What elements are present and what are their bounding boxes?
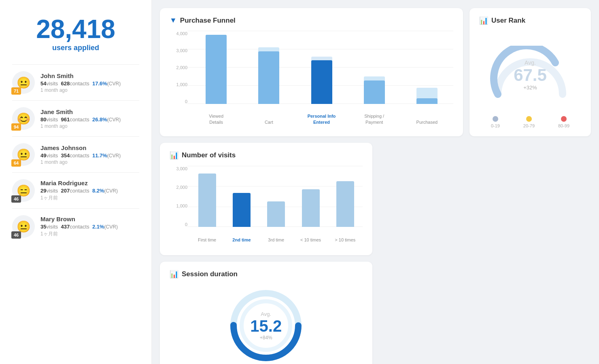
rank-icon: 📊 xyxy=(479,16,488,25)
gauge-value: 67.5 xyxy=(514,66,547,85)
session-body: Avg. 15.2 +84% < 5min < 10min < 30min xyxy=(170,285,363,364)
user-time: 1 month ago xyxy=(40,123,139,129)
funnel-icon: ▼ xyxy=(170,16,177,25)
visits-card: 📊 Number of visits 01,0002,0003,000 Firs… xyxy=(160,143,372,255)
user-info: James Johnson 49visits 354contacts 11.7%… xyxy=(40,144,139,165)
user-stats: 80visits 961contacts 26.8%(CVR) xyxy=(40,116,139,123)
rank-card: 📊 User Rank Avg. 67.5 +32% 0-19 xyxy=(469,8,591,136)
stat-header: 28,418 users applied xyxy=(12,16,139,52)
rank-legend-item: 20-79 xyxy=(523,116,535,128)
user-stats: 29visits 207contacts 8.2%(CVR) xyxy=(40,188,139,194)
rank-legend-item: 0-19 xyxy=(491,116,500,128)
visits-bar-label: 3rd time xyxy=(262,237,290,242)
visits-bar xyxy=(267,201,285,227)
funnel-bar-group: Purchased xyxy=(401,31,453,104)
donut-wrap: Avg. 15.2 +84% xyxy=(225,285,306,364)
stat-label: users applied xyxy=(12,44,139,52)
user-item[interactable]: 😐 64 James Johnson 49visits 354contacts … xyxy=(12,136,139,172)
user-info: John Smith 54visits 628contacts 17.6%(CV… xyxy=(40,72,139,93)
user-item[interactable]: 😐 71 John Smith 54visits 628contacts 17.… xyxy=(12,64,139,100)
user-name: James Johnson xyxy=(40,144,139,151)
user-name: John Smith xyxy=(40,72,139,79)
visits-icon: 📊 xyxy=(170,151,178,160)
funnel-bar-label: Cart xyxy=(253,119,285,125)
rank-legend-item: 80-99 xyxy=(558,116,569,128)
legend-dot xyxy=(561,116,567,122)
funnel-title: ▼ Purchase Funnel xyxy=(170,16,453,25)
user-item[interactable]: 😐 46 Mary Brown 35visits 437contacts 2.1… xyxy=(12,208,139,244)
user-info: Mary Brown 35visits 437contacts 2.1%(CVR… xyxy=(40,216,139,237)
avatar-wrap: 😐 71 xyxy=(12,71,35,94)
bottom-row: 📊 Session duration xyxy=(160,143,591,364)
funnel-bar-label: Purchased xyxy=(411,119,443,125)
session-title: 📊 Session duration xyxy=(170,270,363,279)
visits-bar-label: First time xyxy=(193,237,221,242)
funnel-chart: 01,0002,0003,0004,000 Viewed DetailsCart… xyxy=(170,31,453,128)
user-name: Maria Rodriguez xyxy=(40,180,139,186)
user-time: 1ヶ月前 xyxy=(40,195,139,201)
rank-title: 📊 User Rank xyxy=(479,16,581,25)
funnel-bar-group: Viewed Details xyxy=(190,31,242,104)
visits-bar-group: 2nd time xyxy=(224,166,259,227)
legend-label: 20-79 xyxy=(523,123,535,128)
right-panel: ▼ Purchase Funnel 01,0002,0003,0004,000 … xyxy=(152,0,599,364)
avatar-wrap: 😐 64 xyxy=(12,143,35,166)
donut-change: +84% xyxy=(250,335,282,341)
donut-center: Avg. 15.2 +84% xyxy=(250,311,282,341)
visits-bar xyxy=(336,181,354,227)
visits-bar-label: < 10 times xyxy=(297,237,325,242)
gauge-change: +32% xyxy=(514,85,547,91)
gauge-center: Avg. 67.5 +32% xyxy=(514,59,547,91)
avatar-wrap: 😊 94 xyxy=(12,107,35,130)
session-card: 📊 Session duration xyxy=(160,262,372,364)
user-name: Jane Smith xyxy=(40,108,139,115)
user-info: Jane Smith 80visits 961contacts 26.8%(CV… xyxy=(40,108,139,129)
user-stats: 49visits 354contacts 11.7%(CVR) xyxy=(40,152,139,159)
visits-bar-label: 2nd time xyxy=(227,237,256,242)
user-time: 1 month ago xyxy=(40,87,139,93)
badge: 94 xyxy=(11,123,21,131)
funnel-bar-group: Cart xyxy=(242,31,295,104)
avatar-wrap: 😐 46 xyxy=(12,215,35,238)
badge: 46 xyxy=(11,195,21,203)
legend-label: 0-19 xyxy=(491,123,500,128)
avatar-wrap: 😑 46 xyxy=(12,179,35,202)
donut-value: 15.2 xyxy=(250,317,282,335)
legend-dot xyxy=(526,116,532,122)
left-panel: 28,418 users applied 😐 71 John Smith 54v… xyxy=(0,0,152,364)
visits-title: 📊 Number of visits xyxy=(170,151,363,160)
user-list: 😐 71 John Smith 54visits 628contacts 17.… xyxy=(12,64,139,244)
visits-chart: 01,0002,0003,000 First time2nd time3rd t… xyxy=(170,166,363,247)
badge: 46 xyxy=(11,231,21,239)
funnel-bar-group: Personal Info Entered xyxy=(295,31,348,104)
visits-y-axis: 01,0002,0003,000 xyxy=(170,166,187,227)
funnel-bar-label: Viewed Details xyxy=(200,113,232,125)
user-stats: 54visits 628contacts 17.6%(CVR) xyxy=(40,80,139,87)
legend-dot xyxy=(493,116,498,122)
visits-bar-group: < 10 times xyxy=(293,166,328,227)
visits-bar xyxy=(302,189,320,227)
visits-bar-label: > 10 times xyxy=(331,237,359,242)
badge: 64 xyxy=(11,159,21,167)
gauge-container: Avg. 67.5 +32% xyxy=(479,32,581,112)
user-name: Mary Brown xyxy=(40,216,139,222)
funnel-bar-label: Personal Info Entered xyxy=(306,113,338,125)
rank-legend: 0-19 20-79 80-99 xyxy=(479,116,581,128)
funnel-y-axis: 01,0002,0003,0004,000 xyxy=(170,31,187,104)
visits-bar-group: > 10 times xyxy=(328,166,362,227)
user-info: Maria Rodriguez 29visits 207contacts 8.2… xyxy=(40,180,139,201)
donut-avg-label: Avg. xyxy=(250,311,282,317)
legend-label: 80-99 xyxy=(558,123,569,128)
stat-number: 28,418 xyxy=(12,16,139,42)
session-icon: 📊 xyxy=(170,270,178,279)
visits-bar-group: 3rd time xyxy=(259,166,293,227)
user-item[interactable]: 😊 94 Jane Smith 80visits 961contacts 26.… xyxy=(12,100,139,136)
user-time: 1ヶ月前 xyxy=(40,231,139,237)
visits-bar-group: First time xyxy=(190,166,224,227)
funnel-bar-label: Shipping / Payment xyxy=(358,113,391,125)
gauge-avg-label: Avg. xyxy=(514,59,547,66)
user-time: 1 month ago xyxy=(40,159,139,165)
user-stats: 35visits 437contacts 2.1%(CVR) xyxy=(40,224,139,230)
visits-bar xyxy=(233,193,251,227)
user-item[interactable]: 😑 46 Maria Rodriguez 29visits 207contact… xyxy=(12,172,139,208)
